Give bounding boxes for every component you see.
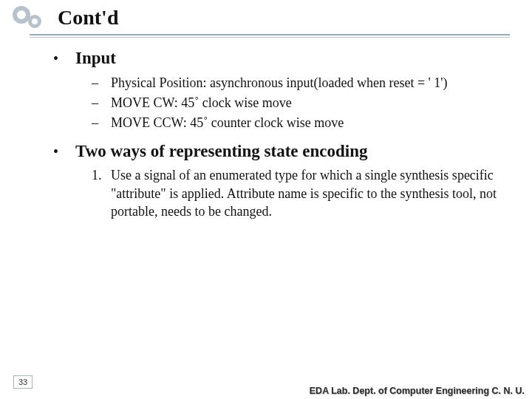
numbered-item: 1. Use a signal of an enumerated type fo… bbox=[92, 166, 507, 220]
sub-list: – Physical Position: asynchronous input(… bbox=[92, 74, 507, 132]
slide-body: • Input – Physical Position: asynchronou… bbox=[0, 38, 532, 399]
bullet-item: • Two ways of representing state encodin… bbox=[53, 141, 507, 163]
title-area: Cont'd bbox=[0, 0, 532, 38]
bullet-item: • Input bbox=[53, 48, 507, 69]
numbered-marker: 1. bbox=[92, 168, 111, 183]
sub-text: Physical Position: asynchronous input(lo… bbox=[111, 74, 448, 92]
sub-marker: – bbox=[92, 115, 111, 131]
page-number: 33 bbox=[13, 375, 33, 389]
numbered-list: 1. Use a signal of an enumerated type fo… bbox=[92, 166, 507, 220]
slide: Cont'd • Input – Physical Position: asyn… bbox=[0, 0, 532, 399]
page-number-box: 33 bbox=[13, 375, 33, 389]
sub-marker: – bbox=[92, 75, 111, 91]
slide-title: Cont'd bbox=[58, 6, 118, 30]
sub-text: MOVE CW: 45˚ clock wise move bbox=[111, 94, 292, 112]
bullet-marker: • bbox=[53, 143, 75, 160]
title-row: Cont'd bbox=[0, 6, 532, 30]
numbered-text: Use a signal of an enumerated type for w… bbox=[111, 166, 507, 220]
logo-icon bbox=[0, 6, 58, 30]
sub-item: – MOVE CW: 45˚ clock wise move bbox=[92, 94, 507, 112]
svg-point-1 bbox=[30, 17, 40, 27]
sub-item: – Physical Position: asynchronous input(… bbox=[92, 74, 507, 92]
svg-point-0 bbox=[15, 8, 28, 21]
sub-text: MOVE CCW: 45˚ counter clock wise move bbox=[111, 114, 344, 132]
footer-org: EDA Lab. Dept. of Computer Engineering C… bbox=[310, 386, 525, 396]
sub-marker: – bbox=[92, 95, 111, 111]
sub-item: – MOVE CCW: 45˚ counter clock wise move bbox=[92, 114, 507, 132]
bullet-text: Input bbox=[75, 48, 116, 69]
title-underline bbox=[0, 34, 532, 38]
bullet-marker: • bbox=[53, 50, 75, 67]
bullet-text: Two ways of representing state encoding bbox=[75, 141, 367, 163]
